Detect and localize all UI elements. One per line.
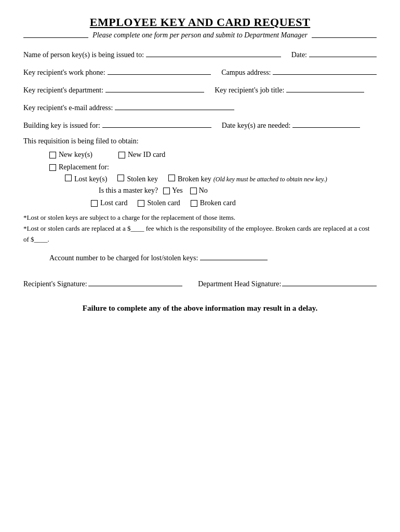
name-label: Name of person key(s) is being issued to…	[23, 51, 144, 59]
replacement-checkbox[interactable]	[49, 164, 56, 171]
lost-key-checkbox[interactable]	[65, 175, 72, 181]
account-field[interactable]	[200, 252, 268, 260]
new-keys-row: New key(s) New ID card	[49, 151, 377, 159]
yes-checkbox[interactable]	[163, 188, 170, 194]
work-phone-label: Key recipient's work phone:	[23, 69, 105, 77]
name-date-row: Name of person key(s) is being issued to…	[23, 49, 377, 59]
broken-card-checkbox[interactable]	[191, 200, 197, 207]
building-key-label: Building key is issued for:	[23, 122, 100, 130]
new-id-card-label: New ID card	[128, 151, 165, 159]
new-keys-label: New key(s)	[59, 151, 92, 159]
notes-section: *Lost or stolen keys are subject to a ch…	[23, 212, 377, 245]
lost-card-checkbox[interactable]	[91, 200, 98, 207]
date-needed-label: Date key(s) are needed:	[222, 122, 291, 130]
lost-card-label: Lost card	[100, 199, 127, 207]
date-field[interactable]	[309, 49, 377, 57]
department-label: Key recipient's department:	[23, 86, 103, 95]
subtitle-row: Please complete one form per person and …	[23, 31, 377, 39]
warning-text: Failure to complete any of the above inf…	[23, 304, 377, 313]
recipient-sig-field[interactable]	[88, 278, 183, 286]
campus-address-field[interactable]	[273, 66, 377, 75]
master-key-row: Is this a master key? Yes No	[99, 187, 377, 195]
replacement-label-text: Replacement for:	[59, 163, 109, 171]
no-checkbox[interactable]	[190, 188, 197, 194]
requisition-intro: This requisition is being filed to obtai…	[23, 137, 377, 145]
email-label: Key recipient's e-mail address:	[23, 104, 113, 112]
account-row: Account number to be charged for lost/st…	[49, 252, 377, 262]
replacement-section: Replacement for: Lost key(s) Stolen key …	[49, 163, 377, 207]
key-type-row: Lost key(s) Stolen key Broken key (Old k…	[65, 175, 377, 183]
subtitle-text: Please complete one form per person and …	[88, 31, 312, 39]
building-key-field[interactable]	[102, 119, 211, 128]
date-label: Date:	[291, 51, 307, 59]
signature-row: Recipient's Signature: Department Head S…	[23, 278, 377, 288]
new-id-card-checkbox[interactable]	[118, 152, 125, 158]
work-phone-field[interactable]	[108, 66, 211, 75]
note-line1: *Lost or stolen keys are subject to a ch…	[23, 212, 377, 223]
dept-head-sig-field[interactable]	[282, 278, 377, 286]
recipient-sig-label: Recipient's Signature:	[23, 280, 87, 288]
broken-key-label: Broken key	[178, 175, 211, 183]
account-label: Account number to be charged for lost/st…	[49, 254, 198, 262]
date-needed-field[interactable]	[292, 119, 360, 128]
new-keys-checkbox[interactable]	[49, 152, 56, 158]
lost-key-label: Lost key(s)	[74, 175, 107, 183]
name-field[interactable]	[146, 49, 281, 57]
campus-address-label: Campus address:	[221, 69, 271, 77]
stolen-key-checkbox[interactable]	[117, 175, 124, 181]
stolen-key-label: Stolen key	[127, 175, 158, 183]
broken-key-checkbox[interactable]	[168, 175, 175, 181]
subtitle-line-right	[312, 33, 377, 38]
subtitle-line-left	[23, 33, 88, 38]
yes-label: Yes	[172, 187, 182, 195]
phone-address-row: Key recipient's work phone: Campus addre…	[23, 66, 377, 77]
broken-card-label: Broken card	[200, 199, 236, 207]
job-title-field[interactable]	[286, 84, 364, 92]
note-line2: *Lost or stolen cards are replaced at a …	[23, 223, 377, 245]
broken-key-note: (Old key must be attached to obtain new …	[214, 176, 327, 183]
stolen-card-label: Stolen card	[147, 199, 180, 207]
department-field[interactable]	[105, 84, 204, 92]
dept-head-sig-label: Department Head Signature:	[198, 280, 281, 288]
page-title: EMPLOYEE KEY AND CARD REQUEST	[23, 16, 377, 29]
dept-jobtitle-row: Key recipient's department: Key recipien…	[23, 84, 377, 95]
building-date-row: Building key is issued for: Date key(s) …	[23, 119, 377, 130]
email-field[interactable]	[115, 102, 234, 110]
no-label: No	[199, 187, 208, 195]
email-row: Key recipient's e-mail address:	[23, 102, 377, 112]
stolen-card-checkbox[interactable]	[138, 200, 144, 207]
card-row: Lost card Stolen card Broken card	[91, 199, 377, 207]
master-key-question: Is this a master key?	[99, 187, 158, 195]
replacement-row: Replacement for:	[49, 163, 377, 171]
job-title-label: Key recipient's job title:	[215, 86, 284, 95]
